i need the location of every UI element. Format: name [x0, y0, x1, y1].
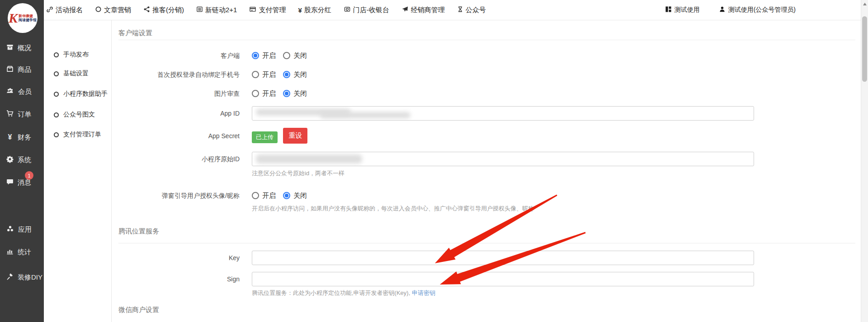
nav-label: 股东分红: [304, 6, 331, 14]
sidebar-label: 订单: [18, 110, 31, 119]
sidebar-item-orders[interactable]: 订单: [0, 108, 44, 120]
radio-on[interactable]: [252, 71, 259, 78]
sidebar-item-decorate-diy[interactable]: 装修DIY: [0, 271, 44, 283]
scrollbar-thumb[interactable]: [862, 16, 867, 82]
scroll-up-button[interactable]: [861, 0, 868, 8]
nav-item-activity-signup[interactable]: 活动报名: [46, 6, 83, 14]
section-title-client-settings: 客户端设置: [118, 29, 152, 37]
original-id-field-label: 小程序原始ID: [118, 152, 240, 166]
radio-off-selected[interactable]: [283, 71, 290, 78]
circle-bullet-icon: [54, 132, 59, 137]
box-icon: [6, 65, 14, 74]
nav-label: 活动报名: [56, 6, 83, 14]
sidebar-item-messages[interactable]: 消息 1: [0, 177, 44, 188]
sidebar-item-system[interactable]: 系统: [0, 154, 44, 166]
popup-auth-note: 开启后在小程序访问，如果用户没有头像昵称的，每次进入会员中心、推广中心弹窗引导用…: [252, 205, 534, 213]
sidebar-item-apps[interactable]: 应用: [0, 224, 44, 235]
account-label: 测试使用(公众号管理员): [728, 6, 796, 14]
radio-on[interactable]: [252, 192, 259, 199]
nav-item-dealer-management[interactable]: 经销商管理: [401, 6, 445, 14]
card-icon: [249, 6, 256, 14]
apply-key-link[interactable]: 申请密钥: [412, 289, 435, 296]
sidebar-item-overview[interactable]: 概况: [0, 42, 44, 54]
radio-off-selected[interactable]: [283, 192, 290, 199]
redacted-value: [320, 112, 410, 118]
nav-item-payment-management[interactable]: 支付管理: [249, 6, 286, 14]
bind-phone-radio-group: 开启 关闭: [252, 70, 314, 79]
archive-icon: [6, 43, 14, 52]
circle-bullet-icon: [54, 71, 59, 76]
cart-icon: [6, 110, 14, 119]
sidebar-label: 商品: [18, 65, 31, 74]
logo-letter: K: [9, 11, 18, 25]
bind-phone-field-label: 首次授权登录自动绑定手机号: [118, 70, 240, 79]
original-id-note: 注意区分公众号原始id，两者不一样: [252, 169, 344, 177]
sidebar-item-members[interactable]: 会员: [0, 86, 44, 98]
sidebar-label: 应用: [18, 225, 32, 234]
account-menu[interactable]: 测试使用(公众号管理员): [719, 6, 796, 14]
sidebar-label: 系统: [18, 156, 31, 164]
app-id-input[interactable]: [252, 106, 754, 121]
submenu-item-basic-settings[interactable]: 基础设置: [44, 68, 112, 79]
app-logo[interactable]: K 新华康健 阅读健学馆: [8, 3, 38, 33]
sign-note: 腾讯位置服务：此处为小程序定位功能,申请开发者密钥(Key), 申请密钥: [252, 289, 435, 297]
radio-off-selected[interactable]: [283, 90, 290, 97]
sidebar-item-statistics[interactable]: 统计: [0, 246, 44, 258]
radio-on-label: 开启: [262, 89, 276, 98]
sidebar-item-finance[interactable]: ¥ 财务: [0, 131, 44, 143]
section-title-tencent-location: 腾讯位置服务: [118, 227, 159, 235]
radio-on[interactable]: [252, 90, 259, 97]
nav-label: 公众号: [466, 6, 486, 14]
sign-note-text: 腾讯位置服务：此处为小程序定位功能,申请开发者密钥(Key),: [252, 289, 412, 296]
image-review-radio-group: 开启 关闭: [252, 89, 314, 98]
sidebar-item-products[interactable]: 商品: [0, 64, 44, 75]
nav-item-tuike-distribution[interactable]: 推客(分销): [143, 6, 184, 14]
user-icon: [719, 6, 726, 14]
nav-label: 门店-收银台: [353, 6, 389, 14]
vertical-scrollbar[interactable]: [861, 0, 868, 322]
submenu-item-official-account-articles[interactable]: 公众号图文: [44, 109, 112, 121]
popup-auth-field-label: 弹窗引导用户授权头像/昵称: [118, 191, 240, 200]
sidebar-label: 装修DIY: [18, 273, 42, 282]
circle-icon: [95, 6, 102, 14]
sign-input[interactable]: [252, 272, 754, 286]
yen-icon: ¥: [6, 133, 14, 141]
sidebar-label: 统计: [18, 248, 31, 257]
send-icon: [401, 6, 409, 14]
nav-label: 新链动2+1: [205, 6, 237, 14]
bar-chart-icon: [6, 247, 14, 257]
key-field-label: Key: [118, 251, 240, 265]
circle-bullet-icon: [54, 52, 59, 57]
circle-bullet-icon: [54, 112, 59, 117]
client-field-label: 客户端: [118, 51, 240, 60]
uploaded-button[interactable]: 已上传: [252, 131, 278, 143]
app-secret-controls: 已上传 重设: [252, 128, 307, 144]
popup-auth-radio-group: 开启 关闭: [252, 191, 314, 200]
original-id-input[interactable]: [252, 152, 754, 166]
sign-field-label: Sign: [118, 272, 240, 286]
section-divider: [118, 243, 855, 243]
submenu-item-miniprogram-data-assistant[interactable]: 小程序数据助手: [44, 88, 112, 100]
hourglass-icon: [457, 6, 463, 14]
sub-sidebar: 手动发布 基础设置 小程序数据助手 公众号图文 支付管理订单: [44, 20, 112, 322]
radio-on-label: 开启: [262, 191, 276, 200]
nav-item-article-marketing[interactable]: 文章营销: [95, 6, 131, 14]
pos-icon: [344, 6, 351, 14]
gear-icon: [6, 155, 14, 164]
key-input[interactable]: [252, 251, 754, 265]
logo-line2: 阅读健学馆: [19, 18, 37, 22]
admin-app: 活动报名 文章营销 推客(分销) 新链动2+1 支付管理 ¥ 股东分红: [0, 0, 868, 322]
radio-off[interactable]: [283, 52, 290, 59]
test-use-button[interactable]: 测试使用: [665, 6, 700, 14]
nav-item-shareholder-dividend[interactable]: ¥ 股东分红: [298, 6, 331, 14]
image-review-field-label: 图片审查: [118, 89, 240, 98]
nav-item-new-liandong[interactable]: 新链动2+1: [196, 6, 237, 14]
reset-button[interactable]: 重设: [283, 128, 307, 144]
radio-on-selected[interactable]: [252, 52, 259, 59]
sidebar-label: 会员: [18, 88, 32, 96]
nav-item-official-account[interactable]: 公众号: [457, 6, 486, 14]
nav-item-store-cashier[interactable]: 门店-收银台: [344, 6, 389, 14]
submenu-item-manual-publish[interactable]: 手动发布: [44, 49, 112, 61]
apps-icon: [6, 225, 14, 234]
submenu-item-payment-orders[interactable]: 支付管理订单: [44, 129, 112, 140]
